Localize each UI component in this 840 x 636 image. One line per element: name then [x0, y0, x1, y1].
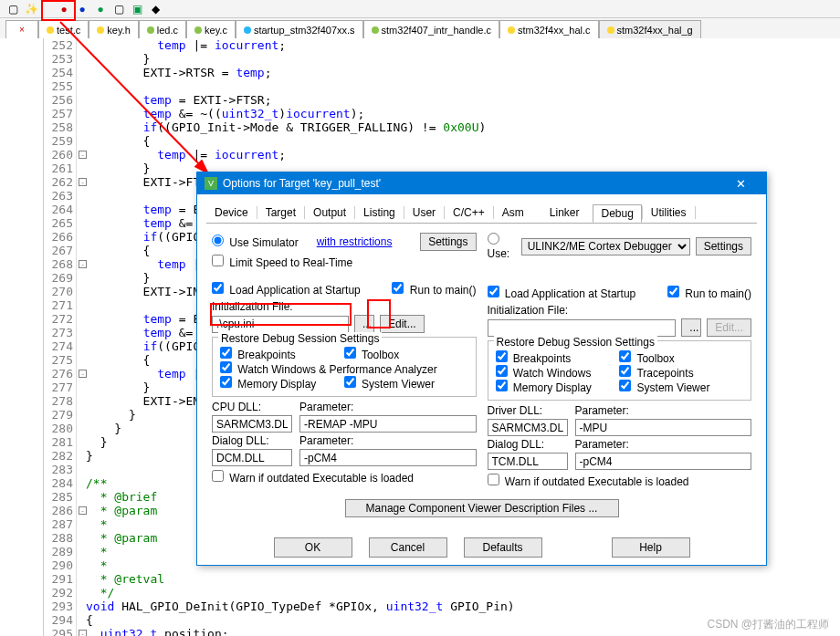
defaults-button[interactable]: Defaults [464, 537, 542, 558]
tab-debug[interactable]: Debug [593, 204, 641, 223]
editor-margin [0, 38, 44, 636]
debugger-select[interactable]: ULINK2/ME Cortex Debugger [521, 238, 690, 255]
tab-startup[interactable]: startup_stm32f407xx.s [236, 20, 363, 38]
tab-key-h[interactable]: key.h [89, 20, 138, 38]
tab-label: stm32f4xx_hal.c [518, 25, 590, 36]
sim-edit-button[interactable]: Edit... [380, 315, 425, 333]
tab-close-area[interactable]: × [5, 20, 38, 38]
sim-load-app-checkbox[interactable]: Load Application at Startup [212, 282, 361, 297]
tab-listing[interactable]: Listing [355, 203, 404, 222]
file-icon [508, 26, 515, 34]
hw-load-app-checkbox[interactable]: Load Application at Startup [488, 286, 636, 300]
param-label2: Parameter: [299, 434, 353, 447]
hw-edit-button: Edit... [707, 318, 751, 337]
hw-memory-cb[interactable]: Memory Display [496, 381, 592, 394]
toolbar-icon-8[interactable]: ◆ [148, 2, 163, 16]
sim-breakpoints-cb[interactable]: Breakpoints [220, 349, 296, 361]
hw-sysview-cb[interactable]: System Viewer [619, 381, 709, 394]
tab-output[interactable]: Output [305, 203, 354, 222]
file-icon [47, 26, 54, 34]
watermark: CSDN @打酱油的工程师 [707, 617, 829, 632]
hw-breakpoints-cb[interactable]: Breakpoints [496, 352, 572, 365]
sim-restore-fieldset: Restore Debug Session Settings Breakpoin… [212, 337, 477, 397]
sim-warn-cb[interactable]: Warn if outdated Executable is loaded [212, 470, 414, 485]
hw-init-file-input[interactable] [488, 319, 677, 337]
cancel-button[interactable]: Cancel [369, 537, 447, 558]
dialog-tabs: Device Target Output Listing User C/C++ … [206, 202, 757, 224]
hw-warn-cb[interactable]: Warn if outdated Executable is loaded [488, 474, 689, 488]
tab-linker[interactable]: Linker [541, 203, 588, 222]
toolbar-icon-4[interactable]: ● [75, 2, 89, 16]
hw-param-label2: Parameter: [575, 438, 629, 451]
hw-dlg-param-input[interactable] [575, 453, 752, 470]
help-button[interactable]: Help [612, 537, 690, 558]
use-hw-radio[interactable]: Use: [488, 233, 516, 260]
hw-settings-button[interactable]: Settings [696, 237, 751, 255]
hw-watch-cb[interactable]: Watch Windows [496, 367, 592, 380]
file-icon [194, 26, 202, 34]
dialog-buttons: OK Cancel Defaults Help [197, 537, 766, 558]
hw-init-file-label: Initialization File: [488, 304, 752, 317]
tab-hal-g[interactable]: stm32f4xx_hal_g [599, 20, 701, 38]
tab-led-c[interactable]: led.c [139, 20, 186, 38]
tab-key-c[interactable]: key.c [186, 20, 236, 38]
toolbar-icon-1[interactable]: ▢ [5, 2, 20, 16]
tab-label: key.c [205, 25, 227, 36]
tab-device[interactable]: Device [206, 203, 257, 222]
cpu-dll-label: CPU DLL: [212, 401, 292, 413]
toolbar-icon-5[interactable]: ● [93, 2, 108, 16]
tab-label: led.c [157, 25, 178, 36]
sim-sysview-cb[interactable]: System Viewer [344, 378, 435, 391]
toolbar-icon-6[interactable]: ▢ [111, 2, 126, 16]
sim-watch-cb[interactable]: Watch Windows & Performance Analyzer [220, 363, 437, 376]
tab-ccpp[interactable]: C/C++ [445, 203, 493, 222]
ok-button[interactable]: OK [274, 537, 352, 558]
toolbar-icon-7[interactable]: ▣ [130, 2, 144, 16]
tab-utilities[interactable]: Utilities [643, 203, 695, 222]
tab-test-c[interactable]: test.c [38, 20, 89, 38]
hw-toolbox-cb[interactable]: Toolbox [619, 352, 675, 365]
hw-dlg-dll-input[interactable] [488, 453, 568, 470]
dialog-titlebar[interactable]: V Options for Target 'key_pull_test' ✕ [197, 172, 766, 194]
restrictions-link[interactable]: with restrictions [317, 235, 393, 248]
dialog-title: Options for Target 'key_pull_test' [223, 177, 381, 190]
cpu-param-input[interactable] [299, 415, 477, 433]
drv-param-input[interactable] [575, 419, 752, 436]
hw-trace-cb[interactable]: Tracepoints [619, 367, 693, 380]
file-icon [97, 26, 104, 34]
close-button[interactable]: ✕ [722, 172, 759, 194]
close-icon: × [16, 25, 27, 36]
magic-wand-icon[interactable]: ✨ [24, 2, 38, 16]
file-icon [147, 26, 154, 34]
simulator-panel: Use Simulator with restrictions Settings… [206, 229, 482, 494]
options-dialog: V Options for Target 'key_pull_test' ✕ D… [196, 172, 767, 566]
tab-hal-c[interactable]: stm32f4xx_hal.c [499, 20, 598, 38]
sim-browse-button[interactable]: ... [354, 315, 374, 333]
tab-label: key.h [107, 25, 130, 36]
tab-asm[interactable]: Asm [494, 203, 532, 222]
dlg-dll-label: Dialog DLL: [212, 434, 292, 447]
tab-intr-handle[interactable]: stm32f407_intr_handle.c [363, 20, 499, 38]
hw-panel: Use: ULINK2/ME Cortex Debugger Settings … [482, 229, 758, 494]
dlg-param-input[interactable] [299, 449, 477, 466]
dlg-dll-input[interactable] [212, 449, 292, 466]
file-tabs: × test.c key.h led.c key.c startup_stm32… [0, 18, 840, 38]
tab-label: startup_stm32f407xx.s [254, 25, 355, 36]
sim-settings-button[interactable]: Settings [420, 233, 476, 251]
toolbar-icon-3[interactable]: ● [57, 2, 71, 16]
hw-restore-fieldset: Restore Debug Session Settings Breakpoin… [488, 340, 752, 401]
manage-viewer-button[interactable]: Manage Component Viewer Description File… [345, 499, 619, 517]
sim-toolbox-cb[interactable]: Toolbox [344, 349, 400, 361]
sim-run-main-checkbox[interactable]: Run to main() [392, 282, 476, 297]
cpu-dll-input[interactable] [212, 415, 292, 433]
use-simulator-radio[interactable]: Use Simulator [212, 235, 299, 249]
hw-run-main-checkbox[interactable]: Run to main() [667, 286, 751, 300]
sim-init-file-input[interactable] [212, 316, 349, 333]
main-toolbar: ▢ ✨ ● ● ● ▢ ▣ ◆ [0, 0, 840, 18]
limit-speed-checkbox[interactable]: Limit Speed to Real-Time [212, 255, 352, 269]
drv-dll-input[interactable] [488, 419, 568, 436]
hw-browse-button[interactable]: ... [681, 318, 701, 337]
tab-user[interactable]: User [404, 203, 444, 222]
tab-target[interactable]: Target [257, 203, 304, 222]
sim-memory-cb[interactable]: Memory Display [220, 378, 316, 391]
